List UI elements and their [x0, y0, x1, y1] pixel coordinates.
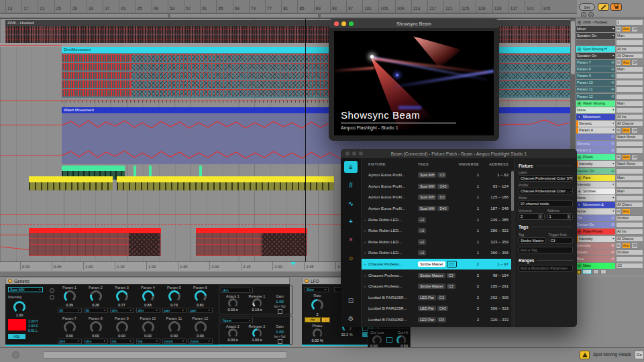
param-target-dropdown[interactable]: zoom▼: [162, 339, 186, 344]
fixture-row[interactable]: Luxibel B PAR105R... LED Par D3 2 320 – …: [362, 314, 514, 326]
track-name[interactable]: Device On: [576, 222, 615, 228]
track-name[interactable]: Device On: [576, 168, 615, 174]
track-io[interactable]: Main: [616, 33, 643, 39]
io-chooser[interactable]: All Ins: [616, 229, 643, 235]
io-chooser[interactable]: [616, 94, 643, 100]
io-chooser[interactable]: [616, 40, 643, 46]
track-io[interactable]: [616, 94, 643, 100]
profile-dropdown[interactable]: Chauvet Professional Color ...⌄: [519, 188, 573, 194]
monitor-in-button[interactable]: In: [616, 26, 621, 32]
track-io[interactable]: [616, 256, 643, 262]
param-knob[interactable]: [168, 321, 180, 333]
status-device-hint[interactable]: Ge: [635, 351, 644, 359]
trigger-note-badge[interactable]: C#3: [437, 306, 448, 311]
monitor-in-button[interactable]: In: [616, 208, 621, 215]
track-io[interactable]: Wash Movin: [616, 134, 643, 140]
minimize-icon[interactable]: [341, 21, 346, 26]
track-row[interactable]: [576, 39, 644, 46]
hsl-value[interactable]: 1.00 H: [28, 319, 38, 323]
trigger-note-badge[interactable]: C3: [447, 261, 457, 267]
trigger-note-input[interactable]: C3: [549, 237, 573, 244]
bar-ruler[interactable]: 1317212529333741454953576165697377818589…: [0, 0, 577, 13]
track-row[interactable]: Mixer In Auto Off: [576, 25, 644, 32]
hsl-mode-button[interactable]: HSL: [8, 334, 25, 339]
track-name[interactable]: Generic: [576, 141, 615, 147]
track-row[interactable]: Generic All Channe: [576, 120, 644, 127]
param-target-dropdown[interactable]: dim▼: [110, 308, 134, 313]
tag-badge[interactable]: Strobe Master: [418, 261, 445, 267]
tag-input[interactable]: Strobe Master: [519, 237, 546, 244]
track-name[interactable]: Param 11: [576, 86, 615, 93]
fixture-row[interactable]: › Robe Robin LED... +1 1 249 – 285: [362, 214, 514, 225]
track-row[interactable]: Param 11: [576, 86, 644, 93]
clip-plate-pixels[interactable]: [29, 228, 161, 233]
param-target-dropdown[interactable]: tilt▼: [58, 308, 82, 313]
param-target-dropdown[interactable]: iris▼: [136, 339, 160, 344]
tag-badge[interactable]: Spot MH: [418, 184, 436, 189]
track-io[interactable]: All Ins: [616, 229, 643, 235]
add-tag-input[interactable]: Add a Tag...: [519, 247, 573, 253]
io-chooser[interactable]: [616, 147, 643, 154]
fixture-list-icon[interactable]: ≡: [344, 161, 358, 173]
color-swatch[interactable]: [8, 319, 26, 330]
track-io[interactable]: Main: [616, 175, 643, 181]
track-row[interactable]: ZiNK - Hooked 1: [576, 19, 644, 25]
track-row[interactable]: None In Auto: [576, 208, 644, 215]
tag-badge[interactable]: +1: [418, 217, 426, 223]
tag-badge[interactable]: Spot MH: [418, 194, 436, 200]
track-io[interactable]: [616, 86, 643, 93]
param-target-dropdown[interactable]: dim▼: [58, 339, 82, 344]
track-io[interactable]: [616, 73, 643, 79]
monitor-off-button[interactable]: Off: [631, 26, 638, 32]
fixture-row[interactable]: › Chauvet Professi... Strobe Master C3 2…: [362, 281, 514, 292]
monitor-auto-button[interactable]: Auto: [622, 26, 631, 32]
lfo-wave-dropdown[interactable]: Sine▼: [305, 287, 329, 292]
range-link-arrow[interactable]: →: [386, 337, 392, 343]
monitor-auto-button[interactable]: Auto: [622, 60, 631, 66]
track-io[interactable]: In Auto Off: [616, 26, 643, 32]
release-knob[interactable]: [252, 298, 262, 308]
io-chooser[interactable]: Main: [616, 101, 643, 107]
monitor-in-button[interactable]: In: [616, 60, 621, 66]
track-io[interactable]: All Ins: [616, 46, 643, 52]
param-target-dropdown[interactable]: tilt▼: [84, 308, 108, 313]
release-knob[interactable]: [252, 328, 262, 338]
param-knob[interactable]: [116, 290, 128, 302]
track-name[interactable]: Pars: [576, 175, 615, 181]
track-name[interactable]: Movement: [576, 114, 615, 120]
track-io[interactable]: [616, 147, 643, 154]
track-io[interactable]: [616, 40, 643, 46]
monitor-off-button[interactable]: Off: [631, 127, 638, 133]
track-row[interactable]: Param 4 In Auto Off: [576, 127, 644, 134]
track-name[interactable]: Movement &: [576, 202, 615, 208]
track-io[interactable]: [616, 182, 643, 188]
close-icon[interactable]: [345, 152, 350, 156]
io-chooser[interactable]: [616, 182, 643, 188]
track-name[interactable]: Param 4: [576, 127, 615, 133]
track-io[interactable]: All Channe: [616, 236, 643, 242]
track-name[interactable]: Speaker On: [576, 33, 615, 39]
track-name[interactable]: Param 7: [576, 60, 615, 66]
video-window[interactable]: Showsync Beam Showsync Beam Ampco Flashl…: [329, 19, 499, 141]
track-row[interactable]: Speaker On All Channe: [576, 52, 644, 59]
expand-arrow[interactable]: ›: [362, 262, 368, 266]
io-chooser[interactable]: 1/2: [616, 263, 643, 269]
param-knob[interactable]: [90, 321, 102, 333]
track-name[interactable]: Spot Moving H: [576, 46, 615, 52]
clip-pars-notes[interactable]: [29, 182, 113, 190]
tag-badge[interactable]: +1: [418, 239, 426, 245]
io-chooser[interactable]: Strobes: [616, 215, 643, 221]
track-name[interactable]: Wash Moving: [576, 101, 615, 107]
track-io[interactable]: [616, 107, 643, 113]
fixture-patch-window[interactable]: Beam (Connected) - Fixture Patch - Beam …: [341, 149, 577, 327]
hsl-value[interactable]: 0.61 L: [28, 328, 38, 333]
track-io[interactable]: [616, 195, 643, 201]
trigger-note-badge[interactable]: C3: [437, 172, 446, 178]
tag-badge[interactable]: Strobe Master: [418, 273, 445, 278]
monitor-in-button[interactable]: In: [616, 243, 621, 249]
zoom-icon[interactable]: [349, 21, 354, 26]
out-hi-knob[interactable]: [396, 335, 406, 345]
fixture-row[interactable]: › Robe Robin LED... +1 1 323 – 359: [362, 237, 514, 248]
envelope-target-dropdown[interactable]: dim▼: [221, 288, 253, 293]
track-row[interactable]: Green Strobes: [576, 249, 644, 255]
